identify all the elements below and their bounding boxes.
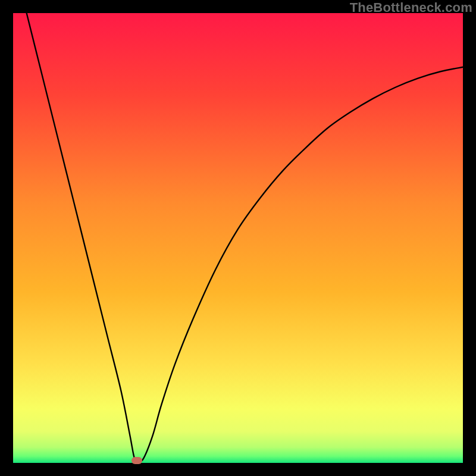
optimal-point-marker [131, 457, 142, 464]
chart-frame [13, 13, 463, 463]
watermark-text: TheBottleneck.com [350, 0, 472, 15]
gradient-background [13, 13, 463, 463]
bottleneck-chart [13, 13, 463, 463]
